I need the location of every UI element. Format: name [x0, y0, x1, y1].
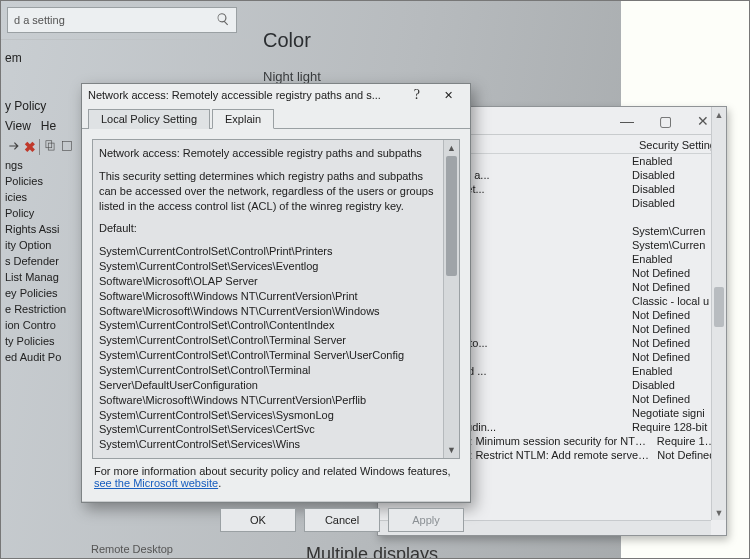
toolbar-info-icon[interactable] [60, 139, 74, 155]
scroll-thumb[interactable] [446, 156, 457, 276]
registry-path: System\CurrentControlSet\Control\Termina… [99, 363, 437, 393]
settings-section-lower: Multiple displays [306, 544, 438, 559]
tab-strip: Local Policy Setting Explain [82, 108, 470, 129]
svg-rect-2 [62, 141, 71, 150]
tree-item[interactable]: Policies [1, 173, 81, 189]
registry-path: System\CurrentControlSet\Control\Termina… [99, 348, 437, 363]
tree-item[interactable]: e Restriction [1, 301, 81, 317]
policy-setting: System\Curren [626, 225, 716, 237]
tree-item[interactable]: Rights Assi [1, 221, 81, 237]
close-button[interactable]: ✕ [432, 84, 464, 106]
more-info-post: . [218, 477, 221, 489]
registry-path-list: System\CurrentControlSet\Control\Print\P… [99, 244, 437, 452]
svg-rect-0 [46, 141, 52, 148]
tab-local-policy[interactable]: Local Policy Setting [88, 109, 210, 129]
tab-explain[interactable]: Explain [212, 109, 274, 129]
settings-subheading: Night light [263, 69, 321, 84]
minimize-button[interactable]: — [608, 109, 646, 133]
help-button[interactable]: ? [410, 87, 424, 103]
registry-path: System\CurrentControlSet\Services\CertSv… [99, 422, 437, 437]
tree-item[interactable]: ed Audit Po [1, 349, 81, 365]
toolbar-nav-icon[interactable] [7, 139, 21, 155]
toolbar-copy-icon[interactable] [43, 139, 57, 155]
policy-setting: Disabled [626, 183, 716, 195]
registry-path: System\CurrentControlSet\Control\Print\P… [99, 244, 437, 259]
tree-item[interactable]: ey Policies [1, 285, 81, 301]
properties-dialog: Network access: Remotely accessible regi… [81, 83, 471, 503]
scroll-up-icon[interactable]: ▲ [444, 140, 459, 156]
policy-setting: Not Defined [626, 267, 716, 279]
cancel-button[interactable]: Cancel [304, 508, 380, 532]
policy-setting [626, 211, 716, 223]
tree-item[interactable]: ity Option [1, 237, 81, 253]
policy-setting: Not Defined [626, 309, 716, 321]
tree-item[interactable]: ion Contro [1, 317, 81, 333]
policy-setting: Not Defined [626, 351, 716, 363]
settings-search-area: d a setting [1, 1, 251, 40]
menu-view[interactable]: View [5, 119, 31, 133]
truncated-text: Remote Desktop [91, 543, 173, 555]
more-info-pre: For more information about security poli… [94, 465, 450, 477]
column-header-setting[interactable]: Security Setting [639, 139, 716, 151]
policy-setting: Enabled [626, 155, 716, 167]
vertical-scrollbar[interactable]: ▲ ▼ [711, 107, 726, 520]
policy-setting: Enabled [626, 365, 716, 377]
settings-section-heading: Color [263, 29, 311, 52]
tree-item[interactable]: icies [1, 189, 81, 205]
policy-setting: Disabled [626, 379, 716, 391]
policy-setting: Disabled [626, 197, 716, 209]
toolbar-delete-icon[interactable]: ✖ [24, 139, 36, 155]
menu-help-trunc[interactable]: He [41, 119, 56, 133]
policy-setting: Disabled [626, 169, 716, 181]
tree-item[interactable]: ngs [1, 157, 81, 173]
svg-rect-1 [48, 143, 54, 150]
dialog-body: Network access: Remotely accessible regi… [82, 129, 470, 501]
tree-item[interactable]: ty Policies [1, 333, 81, 349]
more-info-note: For more information about security poli… [92, 459, 460, 491]
search-icon [216, 12, 230, 28]
menu-fragment: View He [5, 119, 56, 133]
nav-tree: ngs Policies icies Policy Rights Assi it… [1, 157, 81, 365]
microsoft-website-link[interactable]: see the Microsoft website [94, 477, 218, 489]
registry-path: Software\Microsoft\OLAP Server [99, 274, 437, 289]
registry-path: System\CurrentControlSet\Services\Wins [99, 437, 437, 452]
explain-content: Network access: Remotely accessible regi… [93, 140, 443, 458]
registry-path: Software\Microsoft\Windows NT\CurrentVer… [99, 393, 437, 408]
policy-setting: System\Curren [626, 239, 716, 251]
policy-setting: Not Defined [651, 449, 716, 461]
screen-root: d a setting Color Night light apps Multi… [0, 0, 750, 559]
tree-item[interactable]: List Manag [1, 269, 81, 285]
scroll-down-icon[interactable]: ▼ [712, 505, 726, 520]
ok-button[interactable]: OK [220, 508, 296, 532]
policy-setting: Require 128-bit [651, 435, 716, 447]
maximize-button[interactable]: ▢ [646, 109, 684, 133]
policy-setting: Not Defined [626, 281, 716, 293]
apply-button[interactable]: Apply [388, 508, 464, 532]
registry-path: System\CurrentControlSet\Control\Termina… [99, 333, 437, 348]
search-input[interactable]: d a setting [7, 7, 237, 33]
explain-heading: Network access: Remotely accessible regi… [99, 146, 437, 161]
registry-path: Software\Microsoft\Windows NT\CurrentVer… [99, 289, 437, 304]
tree-item[interactable]: s Defender [1, 253, 81, 269]
policy-setting: Negotiate signi [626, 407, 716, 419]
textbox-scrollbar[interactable]: ▲ ▼ [443, 140, 459, 458]
dialog-titlebar[interactable]: Network access: Remotely accessible regi… [82, 84, 470, 106]
explain-paragraph: This security setting determines which r… [99, 169, 437, 214]
search-input-text: d a setting [14, 14, 65, 26]
toolbar-divider [39, 139, 40, 155]
registry-path: System\CurrentControlSet\Control\Content… [99, 318, 437, 333]
explain-default-label: Default: [99, 221, 437, 236]
policy-setting: Not Defined [626, 323, 716, 335]
policy-setting: Not Defined [626, 393, 716, 405]
registry-path: System\CurrentControlSet\Services\Eventl… [99, 259, 437, 274]
scroll-up-icon[interactable]: ▲ [712, 107, 726, 122]
scroll-thumb[interactable] [714, 287, 724, 327]
explain-textbox[interactable]: Network access: Remotely accessible regi… [92, 139, 460, 459]
scroll-down-icon[interactable]: ▼ [444, 442, 459, 458]
tree-item-fragment[interactable]: em [5, 51, 22, 65]
tree-item[interactable]: Policy [1, 205, 81, 221]
policy-setting: Not Defined [626, 337, 716, 349]
dialog-title: Network access: Remotely accessible regi… [88, 89, 410, 101]
policy-setting: Classic - local u [626, 295, 716, 307]
tree-item-fragment2[interactable]: y Policy [5, 99, 46, 113]
